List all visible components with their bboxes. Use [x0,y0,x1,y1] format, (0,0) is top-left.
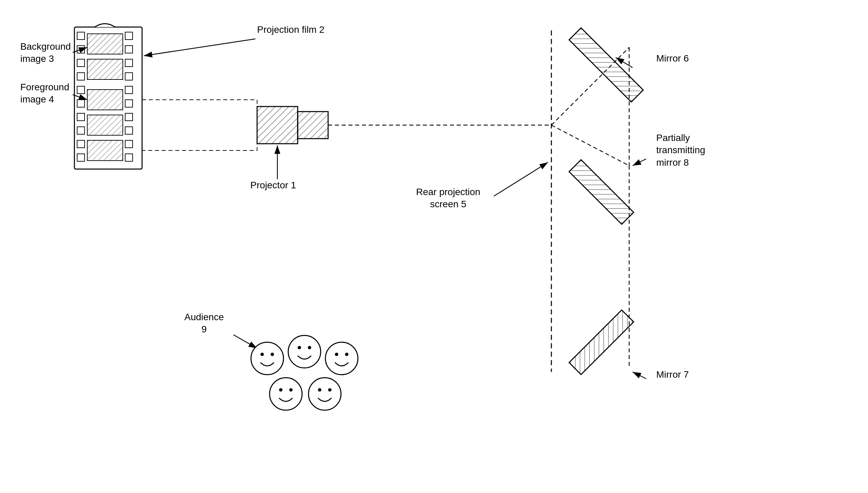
svg-line-47 [633,372,646,379]
svg-point-61 [279,388,282,391]
svg-point-64 [318,388,321,391]
svg-rect-21 [125,113,133,121]
svg-line-45 [633,159,646,166]
svg-rect-8 [77,73,85,80]
label-background-image: Background image 3 [20,41,71,65]
svg-rect-7 [77,59,85,67]
label-mirror6: Mirror 6 [656,52,689,65]
svg-rect-22 [125,127,133,134]
svg-rect-25 [87,34,123,54]
svg-rect-12 [77,127,85,134]
svg-point-54 [288,336,321,368]
svg-point-62 [289,388,293,391]
svg-rect-34 [569,159,634,224]
svg-rect-15 [125,32,133,40]
svg-line-46 [494,162,548,196]
label-partially-transmitting: Partially transmitting mirror 8 [656,132,705,169]
svg-rect-29 [87,140,123,160]
svg-rect-33 [569,28,643,102]
svg-rect-35 [569,310,634,374]
svg-point-60 [270,378,302,410]
svg-rect-5 [77,32,85,40]
svg-rect-17 [125,59,133,67]
svg-rect-11 [77,113,85,121]
svg-rect-23 [125,140,133,148]
svg-point-52 [260,353,264,356]
svg-rect-9 [77,86,85,94]
svg-rect-18 [125,73,133,80]
label-rear-projection-screen: Rear projection screen 5 [416,186,480,211]
svg-point-58 [335,353,338,356]
svg-point-53 [271,353,274,356]
svg-line-50 [233,335,257,348]
svg-rect-31 [298,112,328,138]
svg-rect-36 [142,100,257,150]
svg-rect-26 [87,59,123,80]
svg-rect-16 [125,46,133,53]
svg-rect-27 [87,90,123,110]
svg-point-63 [309,378,341,410]
svg-rect-10 [77,100,85,107]
diagram: Background image 3 Foreground image 4 Pr… [0,0,868,493]
svg-rect-24 [125,154,133,161]
svg-rect-14 [77,154,85,161]
label-projector: Projector 1 [250,179,296,191]
svg-point-65 [328,388,332,391]
svg-point-59 [345,353,348,356]
label-projection-film: Projection film 2 [257,24,324,36]
svg-rect-13 [77,140,85,148]
label-foreground-image: Foreground image 4 [20,81,69,106]
label-audience: Audience 9 [184,311,224,336]
svg-rect-30 [257,107,298,144]
svg-line-41 [551,125,629,166]
svg-point-57 [325,342,358,374]
svg-rect-19 [125,86,133,94]
svg-point-55 [298,346,301,349]
svg-point-51 [251,342,283,374]
svg-rect-28 [87,115,123,135]
svg-line-42 [144,39,255,56]
svg-point-56 [308,346,311,349]
label-mirror7: Mirror 7 [656,369,689,381]
svg-rect-20 [125,100,133,107]
